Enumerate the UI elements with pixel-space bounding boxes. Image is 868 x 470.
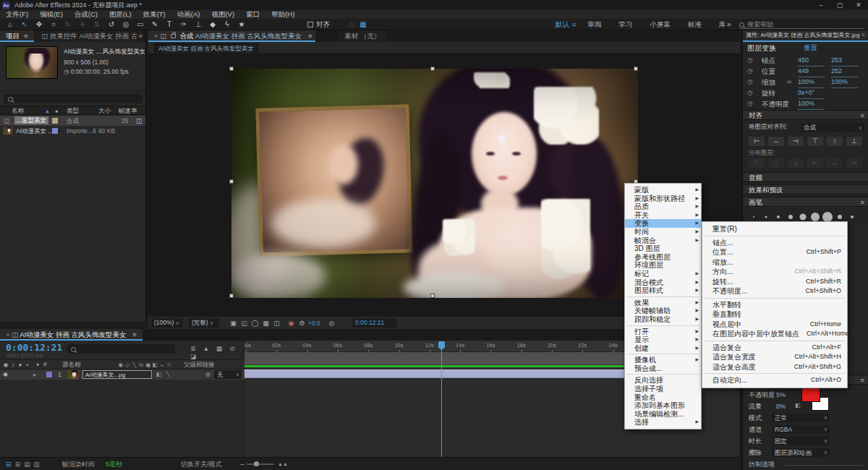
timeline-zoom-slider[interactable] [247,463,274,465]
close-tab-icon[interactable]: × [6,330,10,338]
minimize-button[interactable]: – [813,0,829,10]
puppet-pin-tool[interactable]: ★ [234,19,249,30]
context-menu-item[interactable]: 效果▶ [625,299,701,307]
workspace-tab[interactable]: 学习 [610,19,641,30]
slider-knob[interactable] [254,461,259,466]
context-menu-item[interactable]: 品质▶ [625,202,701,211]
menubar-item[interactable]: 合成(C) [69,10,103,19]
exposure-value[interactable]: +0.0 [308,317,320,330]
timeline-search-input[interactable] [67,344,175,354]
panel-menu-icon[interactable]: ≡ [860,111,864,121]
pickwhip-icon[interactable]: ◎ [205,369,210,380]
tab-effect-controls[interactable]: ◫ 效果控件 AI动漫美女 挂画 古 [35,30,143,42]
hide-shy-icon[interactable]: ▦ [213,345,226,352]
workspace-menu-icon[interactable]: ≡ [572,19,576,30]
close-tab-icon[interactable]: × [154,32,158,40]
eraser-tool[interactable]: ◆ [205,19,220,30]
transform-submenu-item[interactable]: 不透明度...Ctrl+Shift+O [702,286,847,296]
align-button[interactable]: ⊤ [807,137,823,146]
mini-comp-icon[interactable]: ▥ [32,458,41,470]
label-column-icon[interactable]: ● [36,360,39,369]
paint-property-select[interactable]: 正常∨ [772,414,830,422]
selection-tool[interactable]: ↖ [17,19,32,30]
selection-handle[interactable] [229,294,234,298]
panel-menu-icon[interactable]: ≡ [861,30,865,40]
clone-stamp-tool[interactable]: ⊥ [191,19,205,30]
toggle-modes-icon[interactable]: ⊞ [13,458,22,470]
footage-name[interactable]: AI动漫美女 ....风头饰发型美女 ∨ [64,48,145,56]
effects-presets-panel-header[interactable]: 效果和预设 [743,184,868,195]
comp-mini-flowchart-icon[interactable]: ≣ [187,345,200,352]
hand-tool[interactable]: ✥ [32,19,46,30]
roto-brush-tool[interactable]: ϟ [220,19,234,30]
align-button[interactable]: ↔ [768,137,784,146]
snap-align-checkbox[interactable]: 对齐 [307,20,330,30]
stopwatch-icon[interactable]: ◷ [747,98,753,109]
selection-handle[interactable] [634,67,638,71]
project-row-footage[interactable]: AI动漫美女 ... Importe...6 60 KB [0,126,145,136]
source-name-column[interactable]: 源名称 [62,360,81,369]
draft-3d-icon[interactable]: ▲ [200,345,213,352]
align-button[interactable]: ⊥ [846,137,862,146]
transform-submenu-item[interactable]: 在图层内容中居中放置锚点Ctrl+Alt+Home [702,329,847,339]
tab-properties[interactable]: 属性: AI动漫美女 挂画 古风头饰发型美女.jpg≡ [743,30,868,42]
context-menu-item[interactable]: 3D 图层 [625,244,701,253]
distribute-button[interactable]: ⊤ [749,158,765,168]
mask-feather-icon[interactable]: ◇ [346,19,357,30]
menubar-item[interactable]: 文件(F) [0,10,34,19]
rotation-tool[interactable]: ↺ [104,19,119,30]
zoom-level-select[interactable]: (100%) ∨ [151,318,183,328]
transform-submenu-item[interactable]: 自动定向...Ctrl+Alt+O [702,375,847,385]
panel-menu-icon[interactable]: ≡ [24,32,28,40]
default-colors-icon[interactable]: ◧ [795,402,801,409]
composition-canvas[interactable] [231,69,638,298]
transform-submenu-item[interactable]: 垂直翻转 [702,309,847,320]
reset-button[interactable]: 重置 [804,43,817,53]
paint-property-select[interactable]: 图层源和绘画∨ [772,448,830,457]
transform-submenu-item[interactable]: 重置(R) [702,224,847,234]
context-menu-item[interactable]: 关键帧辅助▶ [625,307,701,315]
context-menu-item[interactable]: 蒙版和形状路径▶ [625,195,701,203]
property-value[interactable]: 253 [831,55,858,67]
toggle-graph-icon[interactable]: ▤ [22,458,32,470]
layer-quality-icon[interactable]: ◧ [156,369,161,380]
distribute-button[interactable]: ↕ [768,158,784,168]
toggle-switches-label[interactable]: 切换开关/模式 [181,458,222,470]
distribute-button[interactable]: ⊥ [788,158,804,168]
menubar-item[interactable]: 动画(A) [171,10,206,19]
transform-submenu-item[interactable]: 旋转...Ctrl+Shift+R [702,277,847,287]
align-to-select[interactable]: 合成∨ [801,123,864,132]
property-value[interactable]: 450 [798,55,825,67]
orbit-camera-tool[interactable]: ↻ [61,19,75,30]
context-menu-item[interactable]: 帧混合▶ [625,236,701,245]
distribute-button[interactable]: ⊢ [807,158,823,168]
menubar-item[interactable]: 帮助(H) [265,10,300,19]
align-button[interactable]: ⊣ [788,137,804,146]
pan-camera-tool[interactable]: ✛ [75,19,90,30]
context-menu-item[interactable]: 重命名 [625,393,701,402]
stopwatch-icon[interactable]: ◷ [747,77,753,87]
eye-icon[interactable]: ◉ [3,369,8,380]
frame-blend-icon[interactable]: ⊘ [226,345,239,352]
selection-handle[interactable] [430,67,435,71]
gear-icon[interactable]: ⚙ [297,317,307,330]
pen-tool[interactable]: ✎ [148,19,162,30]
maximize-button[interactable]: ▢ [832,0,848,10]
transform-submenu-item[interactable]: 适合复合宽度Ctrl+Alt+Shift+H [702,352,847,362]
snapshot-camera-icon[interactable]: ◎ [326,317,337,330]
label-column-icon[interactable]: ● [55,106,58,116]
item-name[interactable]: AI动漫美女 ... [16,126,53,136]
region-of-interest-icon[interactable]: ◱ [239,317,250,330]
panel-menu-icon[interactable]: ≡ [132,330,137,338]
property-value[interactable]: 449 [798,66,825,77]
paint-property-select[interactable]: RGBA∨ [772,425,830,434]
menubar-item[interactable]: 编辑(E) [34,10,69,19]
help-search-input[interactable]: 搜索帮助 [739,20,864,29]
context-menu-item[interactable]: 创建▶ [625,344,701,353]
paint-property-value[interactable]: 5% [776,389,786,401]
comp-breadcrumb[interactable]: AI动漫美女 挂画 古风头饰发型美女 [154,43,258,52]
transform-submenu-item[interactable]: 视点居中Ctrl+Home [702,320,847,330]
menubar-item[interactable]: 窗口 [240,10,265,19]
tab-timeline[interactable]: × ◫ AI动漫美女 挂画 古风头饰发型美女 ≡ [0,329,142,341]
dolly-camera-tool[interactable]: ⇅ [90,19,104,30]
